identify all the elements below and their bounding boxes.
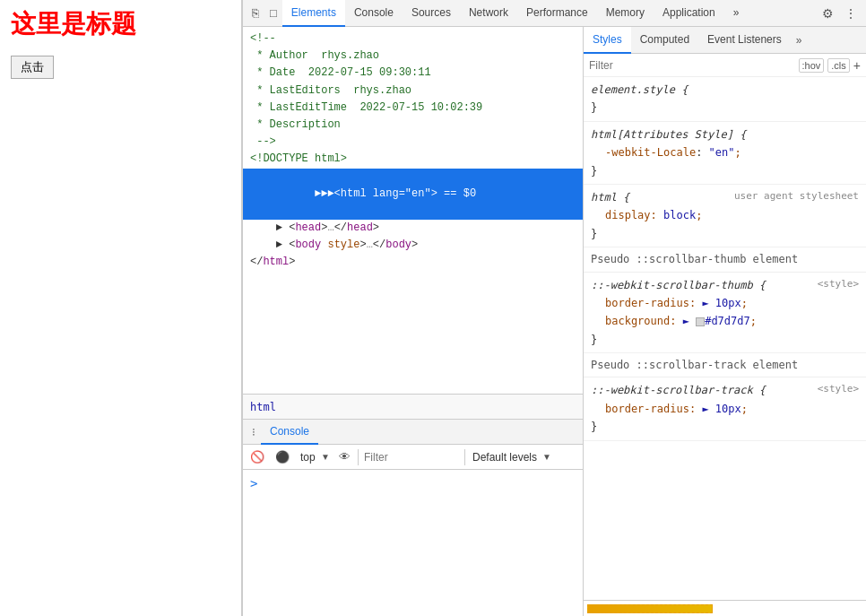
html-line: * Description <box>243 117 583 134</box>
elements-content[interactable]: <!-- * Author rhys.zhao * Date 2022-07-1… <box>243 27 583 394</box>
tab-sources[interactable]: Sources <box>403 0 460 27</box>
console-content: > <box>243 470 583 616</box>
style-closing-brace: } <box>591 331 859 349</box>
style-closing-brace: } <box>591 99 859 117</box>
tab-more[interactable]: » <box>724 0 749 27</box>
settings-icon[interactable]: ⚙ <box>817 3 839 24</box>
cls-button[interactable]: .cls <box>827 58 850 73</box>
add-style-button[interactable]: + <box>853 58 861 73</box>
html-line: * LastEditTime 2022-07-15 10:02:39 <box>243 100 583 117</box>
levels-arrow-icon: ▼ <box>542 452 551 462</box>
style-closing-brace: } <box>591 162 859 180</box>
tab-network[interactable]: Network <box>460 0 517 27</box>
click-button[interactable]: 点击 <box>11 56 54 79</box>
html-selected-line[interactable]: ►►►<html lang="en"> == $0 <box>243 169 583 221</box>
styles-content: element.style { } html[Attributes Style]… <box>584 77 866 600</box>
html-line: ► <head>…</head> <box>243 220 583 237</box>
html-line: --> <box>243 134 583 151</box>
style-prop-border-radius: border-radius: ► 10px; <box>605 400 859 418</box>
tab-computed[interactable]: Computed <box>631 27 698 54</box>
tab-performance[interactable]: Performance <box>517 0 597 27</box>
pseudo-header-scrollbar-track: Pseudo ::scrollbar-track element <box>584 353 866 377</box>
html-line: * Date 2022-07-15 09:30:11 <box>243 65 583 82</box>
tab-event-listeners[interactable]: Event Listeners <box>698 27 791 54</box>
devtools-panel: ⎘ □ Elements Console Sources Network Per… <box>242 0 866 616</box>
console-toolbar: 🚫 ⚫ top ▼ 👁 Default levels ▼ <box>243 445 583 470</box>
html-line: * LastEditors rhys.zhao <box>243 82 583 100</box>
style-prop: display: block; <box>605 206 859 224</box>
style-selector: element.style { <box>591 81 859 99</box>
color-bar <box>587 604 713 613</box>
tab-styles[interactable]: Styles <box>584 27 631 54</box>
style-closing-brace: } <box>591 418 859 436</box>
styles-filter-input[interactable] <box>589 59 795 72</box>
clear-console-icon[interactable]: 🚫 <box>247 448 268 465</box>
html-line: <!-- <box>243 30 583 48</box>
styles-filter-row: :hov .cls + <box>584 54 866 77</box>
devtools-tab-bar: ⎘ □ Elements Console Sources Network Per… <box>243 0 866 27</box>
style-source: <style> <box>818 381 859 398</box>
style-source: <style> <box>818 276 859 293</box>
hov-button[interactable]: :hov <box>799 58 825 73</box>
style-prop-border-radius: border-radius: ► 10px; <box>605 294 859 312</box>
pseudo-header-scrollbar-thumb: Pseudo ::scrollbar-thumb element <box>584 247 866 272</box>
tab-console[interactable]: Console <box>345 0 403 27</box>
style-source: user agent stylesheet <box>734 188 859 205</box>
console-panel: ⁝ Console 🚫 ⚫ top ▼ 👁 <box>243 419 583 616</box>
console-levels-wrap: Default levels ▼ <box>469 450 551 464</box>
console-filter-input[interactable] <box>358 449 465 465</box>
style-prop: -webkit-Locale: "en"; <box>605 143 859 161</box>
tab-memory[interactable]: Memory <box>597 0 654 27</box>
style-selector: html { user agent stylesheet <box>591 188 859 206</box>
elements-breadcrumb: html <box>243 394 583 419</box>
style-rule-scrollbar-thumb: ::-webkit-scrollbar-thumb { <style> bord… <box>584 273 866 354</box>
style-rule-element: element.style { } <box>584 77 866 122</box>
styles-panel: Styles Computed Event Listeners » :hov .… <box>584 27 866 616</box>
devtools-main-area: <!-- * Author rhys.zhao * Date 2022-07-1… <box>243 27 866 616</box>
style-selector: html[Attributes Style] { <box>591 126 859 143</box>
style-prop-background: background: ► #d7d7d7; <box>605 312 859 330</box>
cursor-icon[interactable]: ⎘ <box>247 3 264 23</box>
tab-application[interactable]: Application <box>654 0 724 27</box>
block-icon[interactable]: ⚫ <box>272 448 293 465</box>
eye-icon[interactable]: 👁 <box>335 448 354 465</box>
elements-panel: <!-- * Author rhys.zhao * Date 2022-07-1… <box>243 27 584 616</box>
style-selector: ::-webkit-scrollbar-track { <style> <box>591 381 859 399</box>
tab-console-bottom[interactable]: Console <box>261 420 318 445</box>
color-bar-container <box>584 600 866 616</box>
html-line: * Author rhys.zhao <box>243 48 583 65</box>
tab-elements[interactable]: Elements <box>282 0 345 27</box>
html-line: </html> <box>243 254 583 271</box>
page-title: 这里是标题 <box>0 0 241 48</box>
style-rule-html-ua: html { user agent stylesheet display: bl… <box>584 185 866 247</box>
html-line: <!DOCTYPE html> <box>243 151 583 168</box>
console-tab-bar: ⁝ Console <box>243 420 583 445</box>
console-tab-icon[interactable]: ⁝ <box>247 424 261 440</box>
styles-tab-more-icon[interactable]: » <box>791 30 808 50</box>
context-select[interactable]: top <box>297 450 332 464</box>
page-area: 这里是标题 点击 <box>0 0 242 616</box>
style-rule-html-attr: html[Attributes Style] { -webkit-Locale:… <box>584 122 866 185</box>
style-selector: ::-webkit-scrollbar-thumb { <style> <box>591 276 859 294</box>
more-options-icon[interactable]: ⋮ <box>839 3 862 24</box>
style-closing-brace: } <box>591 225 859 243</box>
style-rule-scrollbar-track: ::-webkit-scrollbar-track { <style> bord… <box>584 377 866 440</box>
default-levels-button[interactable]: Default levels <box>469 450 541 464</box>
breadcrumb-html[interactable]: html <box>250 401 276 413</box>
inspect-icon[interactable]: □ <box>264 3 282 23</box>
html-line: ► <body style>…</body> <box>243 237 583 254</box>
top-select-wrap: top ▼ <box>297 450 332 464</box>
console-prompt[interactable]: > <box>250 473 576 493</box>
styles-tab-bar: Styles Computed Event Listeners » <box>584 27 866 54</box>
